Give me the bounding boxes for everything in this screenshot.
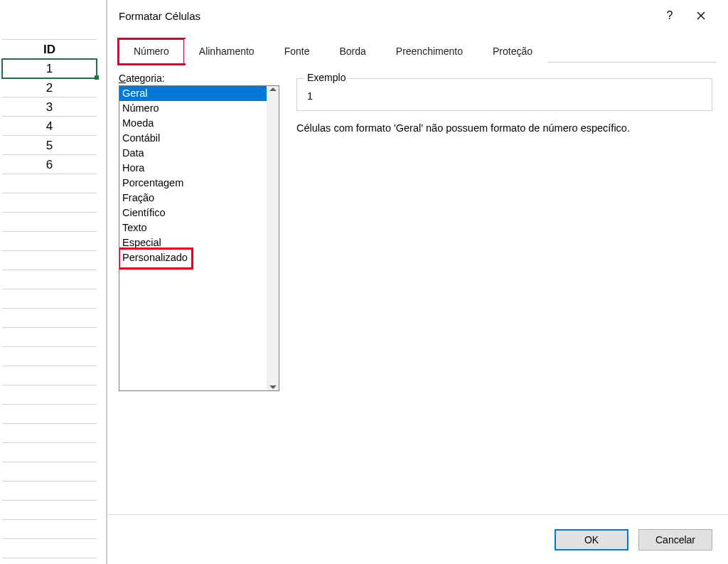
format-cells-dialog: Formatar Células ? Número Alinhamento Fo… [107, 0, 728, 564]
close-button[interactable] [685, 1, 717, 30]
category-item-moeda[interactable]: Moeda [119, 116, 267, 131]
example-value: 1 [306, 90, 703, 102]
close-icon [697, 11, 705, 20]
category-description: Células com formato 'Geral' não possuem … [296, 122, 712, 134]
category-item-geral[interactable]: Geral [119, 86, 267, 101]
cell-a5[interactable]: 4 [2, 117, 97, 136]
cell-a3[interactable]: 2 [2, 78, 97, 97]
column-header-id[interactable]: ID [2, 40, 97, 59]
category-item-especial[interactable]: Especial [119, 235, 267, 250]
category-label: Categoria: [119, 73, 279, 84]
tab-fonte[interactable]: Fonte [269, 39, 325, 63]
category-listbox[interactable]: Geral Número Moeda Contábil Data Hora Po… [119, 85, 279, 391]
tab-borda[interactable]: Borda [324, 39, 380, 63]
category-item-personalizado[interactable]: Personalizado [119, 250, 267, 265]
dialog-footer: OK Cancelar [107, 514, 728, 564]
cancel-button[interactable]: Cancelar [638, 529, 712, 550]
category-item-porcentagem[interactable]: Porcentagem [119, 176, 267, 191]
cell-a4[interactable]: 3 [2, 97, 97, 117]
cell-a6[interactable]: 5 [2, 136, 97, 155]
dialog-title: Formatar Células [119, 10, 654, 22]
tabs: Número Alinhamento Fonte Borda Preenchim… [119, 38, 717, 63]
category-item-texto[interactable]: Texto [119, 220, 267, 235]
tab-preenchimento[interactable]: Preenchimento [381, 39, 478, 63]
category-item-fracao[interactable]: Fração [119, 191, 267, 206]
highlight-personalizado: Personalizado [120, 250, 191, 267]
help-button[interactable]: ? [654, 1, 685, 30]
category-item-contabil[interactable]: Contábil [119, 131, 267, 146]
example-label: Exemplo [304, 72, 348, 83]
spreadsheet: ID 1 2 3 4 5 6 [0, 0, 107, 564]
tab-numero[interactable]: Número [119, 39, 184, 63]
scroll-down-icon[interactable] [269, 385, 277, 389]
ok-button[interactable]: OK [555, 529, 628, 550]
listbox-scrollbar[interactable] [267, 86, 279, 390]
cell-a2[interactable]: 1 [2, 59, 97, 78]
category-item-cientifico[interactable]: Científico [119, 206, 267, 220]
scroll-up-icon[interactable] [269, 87, 277, 91]
cell-a7[interactable]: 6 [2, 155, 97, 174]
example-box: Exemplo 1 [296, 78, 712, 111]
dialog-titlebar: Formatar Células ? [107, 0, 728, 31]
tab-alinhamento[interactable]: Alinhamento [184, 39, 269, 63]
tab-protecao[interactable]: Proteção [478, 39, 547, 63]
category-item-hora[interactable]: Hora [119, 161, 267, 176]
category-item-data[interactable]: Data [119, 146, 267, 161]
category-item-numero[interactable]: Número [119, 101, 267, 116]
